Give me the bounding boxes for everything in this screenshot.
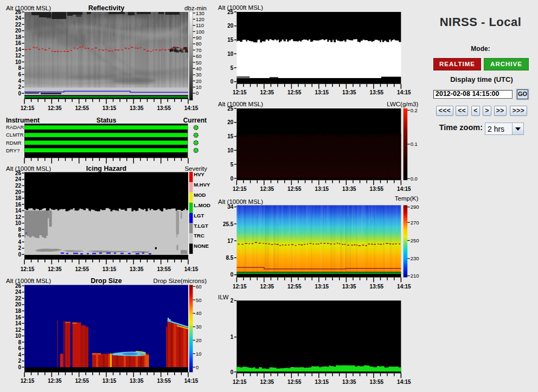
svg-text:0: 0	[230, 272, 234, 278]
svg-text:130: 130	[196, 10, 204, 16]
svg-text:4: 4	[18, 239, 21, 245]
svg-text:10: 10	[196, 351, 202, 357]
svg-text:270: 270	[411, 220, 419, 226]
svg-text:12: 12	[15, 214, 22, 220]
svg-text:12:55: 12:55	[287, 89, 302, 95]
svg-text:10: 10	[196, 84, 202, 90]
svg-text:L.MOD: L.MOD	[194, 202, 210, 208]
svg-text:18: 18	[15, 34, 22, 40]
svg-text:Alt (1000ft MSL): Alt (1000ft MSL)	[218, 198, 263, 205]
svg-text:13:55: 13:55	[157, 266, 171, 272]
svg-text:16: 16	[15, 40, 22, 46]
svg-text:18: 18	[15, 195, 22, 201]
svg-text:0.2: 0.2	[411, 107, 418, 113]
svg-text:0: 0	[230, 369, 234, 375]
svg-text:12:55: 12:55	[75, 105, 89, 111]
svg-text:40: 40	[196, 310, 202, 316]
svg-text:26: 26	[15, 170, 22, 176]
svg-text:40: 40	[196, 66, 202, 72]
svg-text:90: 90	[196, 35, 202, 41]
svg-text:34: 34	[227, 204, 234, 210]
svg-text:13:35: 13:35	[342, 186, 356, 192]
svg-text:MOD: MOD	[194, 192, 206, 198]
svg-text:Instrument: Instrument	[6, 117, 40, 124]
svg-text:14:15: 14:15	[397, 186, 411, 192]
svg-text:0: 0	[196, 90, 198, 96]
svg-text:12:35: 12:35	[260, 379, 274, 385]
svg-text:13:35: 13:35	[130, 105, 144, 111]
svg-text:Icing Hazard: Icing Hazard	[86, 165, 126, 172]
svg-text:12:35: 12:35	[260, 284, 274, 290]
svg-text:13:15: 13:15	[315, 186, 329, 192]
svg-text:14:15: 14:15	[397, 284, 411, 290]
svg-text:13:35: 13:35	[342, 284, 356, 290]
svg-text:80: 80	[196, 41, 202, 47]
svg-text:Alt (1000ft MSL): Alt (1000ft MSL)	[218, 4, 263, 11]
svg-text:14: 14	[15, 47, 22, 53]
svg-text:22: 22	[15, 183, 22, 189]
svg-text:6: 6	[18, 72, 21, 78]
svg-text:13:35: 13:35	[342, 89, 356, 95]
svg-text:6: 6	[18, 345, 21, 351]
svg-text:50: 50	[196, 297, 202, 303]
svg-text:30: 30	[196, 72, 202, 78]
svg-text:CLMTR: CLMTR	[6, 132, 24, 138]
svg-text:250: 250	[411, 237, 419, 243]
svg-text:22: 22	[15, 22, 22, 28]
svg-text:2: 2	[18, 245, 21, 251]
svg-text:30: 30	[196, 324, 202, 330]
svg-text:12:15: 12:15	[233, 284, 247, 290]
svg-text:13:55: 13:55	[157, 378, 171, 384]
svg-text:16: 16	[15, 314, 22, 320]
svg-text:2: 2	[18, 84, 21, 90]
svg-text:25: 25	[227, 106, 234, 112]
svg-text:12:55: 12:55	[75, 266, 89, 272]
svg-text:13:15: 13:15	[315, 89, 329, 95]
svg-text:12:35: 12:35	[48, 105, 62, 111]
svg-text:0.0: 0.0	[411, 176, 418, 182]
svg-text:12:15: 12:15	[233, 89, 247, 95]
svg-text:12:35: 12:35	[260, 186, 274, 192]
svg-text:17: 17	[227, 238, 234, 244]
svg-text:14: 14	[15, 320, 22, 326]
svg-text:13:15: 13:15	[103, 266, 117, 272]
svg-text:60: 60	[196, 53, 202, 59]
svg-text:Alt (1000ft MSL): Alt (1000ft MSL)	[218, 101, 263, 107]
svg-text:15: 15	[227, 37, 234, 43]
svg-text:70: 70	[196, 47, 202, 53]
svg-text:0: 0	[18, 364, 21, 370]
svg-text:0: 0	[18, 91, 21, 97]
svg-text:Temp(K): Temp(K)	[395, 195, 419, 202]
svg-text:RADAR: RADAR	[6, 124, 24, 130]
svg-text:HVY: HVY	[194, 171, 204, 177]
svg-text:20: 20	[15, 301, 22, 307]
svg-text:15: 15	[227, 133, 234, 139]
svg-text:24: 24	[15, 15, 22, 21]
svg-text:Severity: Severity	[184, 165, 207, 172]
svg-text:26: 26	[15, 283, 22, 289]
svg-text:24: 24	[15, 176, 22, 182]
svg-text:10: 10	[227, 147, 234, 153]
svg-text:12:15: 12:15	[233, 186, 247, 192]
svg-text:14:15: 14:15	[184, 105, 198, 111]
svg-text:20: 20	[196, 337, 202, 343]
svg-text:12:15: 12:15	[21, 378, 35, 384]
svg-text:14:15: 14:15	[397, 379, 411, 385]
svg-text:120: 120	[196, 16, 204, 22]
svg-text:14:15: 14:15	[397, 89, 411, 95]
svg-text:14: 14	[15, 208, 22, 214]
svg-text:8.5: 8.5	[226, 255, 233, 261]
svg-text:12:15: 12:15	[21, 266, 35, 272]
svg-text:16: 16	[15, 202, 22, 208]
svg-text:20: 20	[227, 119, 234, 125]
svg-text:4: 4	[18, 78, 21, 84]
svg-text:0: 0	[230, 79, 234, 85]
svg-text:12:55: 12:55	[287, 186, 302, 192]
svg-text:M.HVY: M.HVY	[194, 182, 210, 188]
svg-text:22: 22	[15, 295, 22, 301]
svg-text:DRY?: DRY?	[6, 147, 20, 153]
svg-text:14:15: 14:15	[184, 378, 198, 384]
svg-text:12:55: 12:55	[287, 284, 302, 290]
svg-text:20: 20	[196, 78, 202, 84]
svg-text:12:35: 12:35	[48, 378, 62, 384]
